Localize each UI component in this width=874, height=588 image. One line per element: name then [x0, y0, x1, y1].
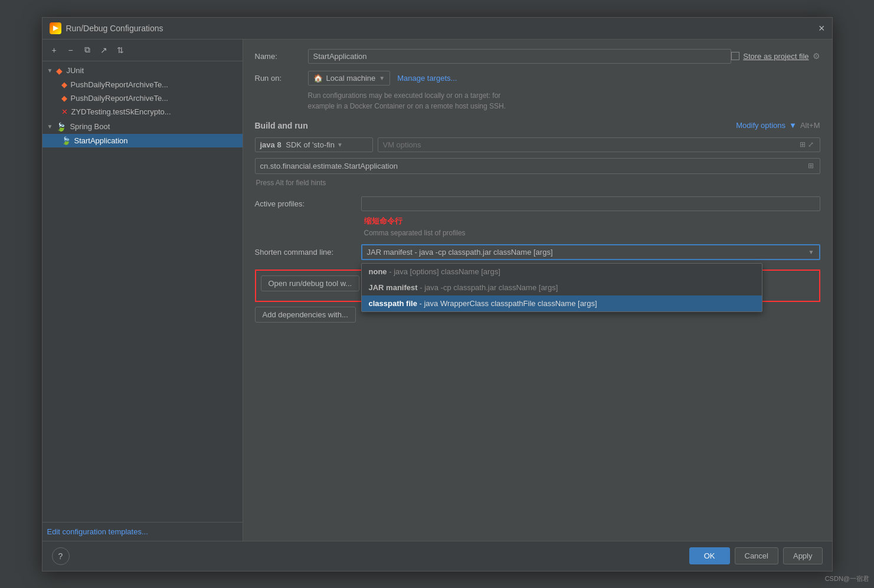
shorten-dropdown-value: JAR manifest - java -cp classpath.jar cl… [367, 248, 808, 257]
store-project-label: Store as project file [743, 52, 808, 61]
ok-button[interactable]: OK [689, 547, 730, 564]
annotation-text: 缩短命令行 [364, 216, 402, 225]
shorten-label: Shorten command line: [255, 248, 361, 257]
store-project-row: Store as project file ⚙ [731, 51, 820, 61]
name-row: Name: Store as project file ⚙ [255, 49, 820, 64]
vm-options-expand-icon[interactable]: ⤢ [807, 140, 815, 149]
main-class-value: cn.sto.financial.estimate.StartApplicati… [260, 162, 807, 170]
name-input[interactable] [308, 49, 732, 64]
apply-button[interactable]: Apply [783, 547, 823, 564]
junit-group-label: JUnit [66, 66, 84, 75]
modify-options-label: Modify options [736, 121, 785, 130]
sdk-text: SDK of 'sto-fin [284, 140, 335, 149]
main-class-browse-icon[interactable]: ⊞ [807, 162, 815, 170]
java-sdk-arrow-icon: ▼ [337, 142, 343, 148]
plus-icon: + [51, 45, 56, 55]
config-tree: ▼ ◆ JUnit ◆ PushDailyReportArchiveTe... … [42, 61, 243, 522]
shorten-command-line-row: Shorten command line: JAR manifest - jav… [255, 244, 820, 260]
manage-targets-link[interactable]: Manage targets... [397, 74, 457, 83]
field-hint: Press Alt for field hints [256, 179, 820, 187]
junit-item-2[interactable]: ◆ PushDailyReportArchiveTe... [42, 91, 243, 105]
watermark: CSDN@一宿君 [825, 574, 869, 583]
start-app-icon: 🍃 [61, 136, 71, 145]
title-bar-left: ▶ Run/Debug Configurations [50, 22, 163, 34]
modify-options-link[interactable]: Modify options ▼ [736, 121, 797, 130]
option-classpath-desc: - java WrapperClass classpathFile classN… [420, 299, 597, 308]
spring-boot-group-header[interactable]: ▼ 🍃 Spring Boot [42, 120, 243, 134]
add-dependencies-button[interactable]: Add dependencies with... [255, 307, 356, 323]
store-project-checkbox[interactable] [731, 52, 739, 60]
dropdown-option-classpath[interactable]: classpath file - java WrapperClass class… [362, 295, 762, 311]
settings-gear-icon[interactable]: ⚙ [813, 51, 820, 61]
vm-options-container: ⊞ ⤢ [378, 137, 820, 152]
run-on-dropdown[interactable]: 🏠 Local machine ▼ [308, 71, 391, 86]
edit-templates-link[interactable]: Edit configuration templates... [47, 527, 148, 536]
junit-item-3[interactable]: ✕ ZYDTesting.testSkEncrypto... [42, 105, 243, 119]
active-profiles-row: Active profiles: [255, 196, 820, 211]
junit-item-3-label: ZYDTesting.testSkEncrypto... [71, 107, 171, 116]
minus-icon: − [68, 45, 73, 55]
run-on-value: Local machine [326, 74, 376, 83]
dialog-title: Run/Debug Configurations [66, 24, 163, 33]
spring-boot-chevron-icon: ▼ [47, 123, 53, 130]
modify-options-container: Modify options ▼ Alt+M [736, 121, 820, 130]
junit-item-1-icon: ◆ [61, 80, 67, 89]
run-on-arrow-icon: ▼ [379, 75, 385, 81]
help-button[interactable]: ? [52, 547, 70, 565]
option-jar-desc: - java -cp classpath.jar className [args… [420, 283, 558, 292]
main-class-row: cn.sto.financial.estimate.StartApplicati… [255, 158, 820, 174]
vm-options-browse-icon[interactable]: ⊞ [798, 140, 807, 149]
sidebar: + − ⧉ ↗ ⇅ ▼ [42, 40, 243, 541]
run-on-row: Run on: 🏠 Local machine ▼ Manage targets… [255, 71, 820, 86]
junit-group-icon: ◆ [56, 66, 63, 75]
vm-options-input[interactable] [383, 140, 798, 149]
close-button[interactable]: × [819, 23, 825, 34]
build-run-title: Build and run [255, 121, 308, 130]
dropdown-option-none[interactable]: none - java [options] className [args] [362, 264, 762, 280]
run-on-label: Run on: [255, 74, 308, 83]
junit-group: ▼ ◆ JUnit ◆ PushDailyReportArchiveTe... … [42, 64, 243, 119]
annotation-container: 缩短命令行 [255, 216, 820, 226]
title-bar: ▶ Run/Debug Configurations × [42, 18, 832, 40]
modify-shortcut-label: Alt+M [800, 121, 820, 130]
add-config-button[interactable]: + [47, 43, 61, 57]
local-machine-icon: 🏠 [313, 74, 323, 83]
sidebar-footer: Edit configuration templates... [42, 522, 243, 541]
junit-item-1[interactable]: ◆ PushDailyReportArchiveTe... [42, 78, 243, 91]
spring-boot-group: ▼ 🍃 Spring Boot 🍃 StartApplication [42, 120, 243, 147]
junit-item-3-icon: ✕ [61, 107, 68, 116]
junit-group-header[interactable]: ▼ ◆ JUnit [42, 64, 243, 78]
shorten-dropdown-arrow-icon: ▼ [808, 249, 814, 255]
junit-item-2-icon: ◆ [61, 94, 67, 103]
run-description: Run configurations may be executed local… [308, 90, 820, 111]
name-label: Name: [255, 52, 308, 61]
spring-boot-group-icon: 🍃 [56, 122, 66, 132]
sort-icon: ⇅ [117, 45, 124, 55]
build-run-section-header: Build and run Modify options ▼ Alt+M [255, 121, 820, 130]
move-config-button[interactable]: ↗ [97, 43, 111, 57]
java-vm-row: java 8 SDK of 'sto-fin ▼ ⊞ ⤢ [255, 137, 820, 152]
option-jar-key: JAR manifest [369, 283, 418, 292]
cancel-button[interactable]: Cancel [735, 547, 778, 564]
run-debug-dialog: ▶ Run/Debug Configurations × + − ⧉ ↗ [42, 17, 833, 571]
open-run-debug-button[interactable]: Open run/debug tool w... [261, 275, 360, 291]
app-icon: ▶ [50, 22, 61, 34]
start-app-label: StartApplication [74, 136, 128, 145]
shorten-dropdown-menu: none - java [options] className [args] J… [361, 263, 762, 312]
footer-buttons: OK Cancel Apply [689, 547, 823, 564]
copy-config-button[interactable]: ⧉ [80, 43, 94, 57]
dialog-footer: ? OK Cancel Apply [42, 541, 832, 571]
spring-boot-group-label: Spring Boot [70, 122, 110, 131]
shorten-dropdown[interactable]: JAR manifest - java -cp classpath.jar cl… [361, 244, 820, 260]
java-sdk-dropdown[interactable]: java 8 SDK of 'sto-fin ▼ [255, 137, 373, 152]
active-profiles-label: Active profiles: [255, 199, 361, 208]
sort-config-button[interactable]: ⇅ [113, 43, 127, 57]
dropdown-option-jar[interactable]: JAR manifest - java -cp classpath.jar cl… [362, 280, 762, 295]
active-profiles-input[interactable] [361, 196, 820, 211]
java-label: java 8 [260, 140, 281, 149]
dialog-body: + − ⧉ ↗ ⇅ ▼ [42, 40, 832, 541]
modify-options-chevron-icon: ▼ [789, 121, 797, 130]
remove-config-button[interactable]: − [64, 43, 78, 57]
start-application-item[interactable]: 🍃 StartApplication [42, 134, 243, 147]
move-icon: ↗ [100, 45, 107, 55]
